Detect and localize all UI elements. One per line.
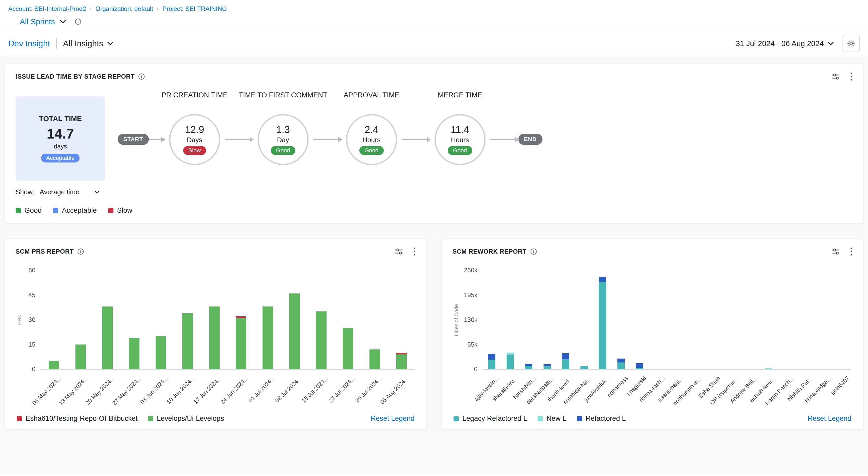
bar-segment[interactable]: [599, 282, 606, 369]
bar-segment[interactable]: [289, 294, 300, 369]
bar-segment[interactable]: [506, 353, 514, 355]
kebab-menu-icon[interactable]: [850, 247, 852, 256]
y-axis-title: Lines of Code: [454, 270, 460, 370]
breadcrumb-project-link[interactable]: Project: SEI TRAINING: [162, 5, 227, 12]
widget-filters-icon[interactable]: [832, 247, 840, 256]
bar-segment[interactable]: [488, 354, 495, 360]
bar-segment[interactable]: [506, 355, 514, 369]
chevron-down-icon: [94, 190, 100, 194]
legend-item[interactable]: New L: [537, 415, 566, 423]
lead-time-card: ISSUE LEAD TIME BY STAGE REPORT TOTAL TI…: [5, 63, 863, 224]
bar-segment[interactable]: [617, 362, 625, 369]
widget-filters-icon[interactable]: [832, 72, 840, 81]
scm-prs-card: SCM PRS REPORT PRs 015304560 06 May 2024…: [5, 239, 427, 429]
bar-segment[interactable]: [581, 366, 588, 369]
bar-segment[interactable]: [236, 318, 246, 369]
legend-item[interactable]: Good: [16, 207, 42, 214]
bar-segment[interactable]: [369, 350, 380, 369]
bar-segment[interactable]: [49, 361, 59, 369]
date-range-label: 31 Jul 2024 - 06 Aug 2024: [736, 39, 824, 48]
flow-arrow-icon: [402, 139, 430, 140]
legend-item[interactable]: Esha610/Testing-Repo-Of-Bitbucket: [17, 415, 137, 423]
stage-label: APPROVAL TIME: [322, 90, 421, 100]
bar-segment[interactable]: [156, 336, 166, 369]
lead-time-stage[interactable]: MERGE TIME11.4HoursGood: [435, 114, 486, 165]
kebab-menu-icon[interactable]: [850, 72, 852, 81]
legend-item[interactable]: Refactored L: [577, 415, 626, 423]
stage-status-badge: Slow: [183, 146, 206, 155]
chevron-down-icon: [828, 41, 834, 46]
bar-segment[interactable]: [236, 317, 246, 318]
bar-segment[interactable]: [599, 277, 606, 282]
chevron-right-icon: ›: [157, 5, 159, 12]
stage-label: MERGE TIME: [411, 90, 509, 100]
bar-segment[interactable]: [765, 368, 772, 369]
bar-segment[interactable]: [396, 353, 407, 354]
reset-legend-link[interactable]: Reset Legend: [808, 415, 851, 423]
y-axis-tick-label: 0: [474, 365, 477, 373]
info-icon[interactable]: [138, 73, 145, 80]
bar-segment[interactable]: [209, 306, 220, 369]
prs-chart: PRs 015304560 06 May 2024...13 May 2024.…: [17, 270, 414, 413]
info-icon[interactable]: [530, 248, 537, 255]
insight-view-dropdown[interactable]: All Insights: [63, 39, 114, 49]
bar-segment[interactable]: [544, 366, 551, 369]
bar-segment[interactable]: [75, 345, 86, 369]
bar-segment[interactable]: [182, 313, 193, 369]
breadcrumb-organization-link[interactable]: Organization: default: [95, 5, 153, 12]
bar-segment[interactable]: [343, 328, 353, 369]
y-axis-title: PRs: [17, 270, 23, 370]
info-icon[interactable]: [77, 248, 84, 255]
bar-segment[interactable]: [102, 306, 113, 369]
info-icon[interactable]: [75, 18, 82, 25]
kebab-menu-icon[interactable]: [413, 247, 415, 256]
lead-time-stage[interactable]: TIME TO FIRST COMMENT1.3DayGood: [257, 114, 309, 165]
stage-label: TIME TO FIRST COMMENT: [234, 90, 333, 100]
bar-segment[interactable]: [562, 359, 569, 369]
show-metric-dropdown[interactable]: Average time: [39, 188, 100, 196]
rework-chart-legend: Legacy Refactored LNew LRefactored L Res…: [442, 413, 863, 430]
breadcrumb-account-link[interactable]: Account: SEI-Internal-Prod2: [8, 5, 86, 12]
bar-segment[interactable]: [525, 366, 532, 369]
breadcrumb: Account: SEI-Internal-Prod2 › Organizati…: [8, 5, 868, 12]
bar-segment[interactable]: [396, 354, 407, 369]
legend-label: Esha610/Testing-Repo-Of-Bitbucket: [26, 415, 137, 423]
bar-segment[interactable]: [488, 360, 495, 369]
stage-unit: Hours: [451, 136, 469, 144]
chevron-down-icon: [60, 19, 66, 24]
legend-item[interactable]: Levelops/Ui-Levelops: [148, 415, 224, 423]
legend-item[interactable]: Legacy Refactored L: [454, 415, 527, 423]
scm-rework-card: SCM REWORK REPORT Lines of Code 065k130k…: [441, 239, 863, 429]
legend-swatch: [577, 416, 582, 421]
stage-circle: 11.4HoursGood: [435, 114, 486, 165]
dev-insight-link[interactable]: Dev Insight: [8, 39, 50, 49]
legend-item[interactable]: Acceptable: [53, 207, 97, 214]
lead-time-flow: TOTAL TIME 14.7 days Acceptable START PR…: [5, 88, 863, 181]
stage-status-badge: Good: [448, 146, 472, 155]
lead-time-stage[interactable]: APPROVAL TIME2.4HoursGood: [346, 114, 397, 165]
x-axis-label: 17 Jun 2024...: [192, 375, 223, 406]
bar-segment[interactable]: [562, 353, 569, 359]
x-axis-label: 24 Jun 2024...: [219, 375, 250, 406]
stage-value: 2.4: [365, 124, 378, 136]
bar-segment[interactable]: [617, 359, 625, 362]
reset-legend-link[interactable]: Reset Legend: [371, 415, 414, 423]
y-axis-tick-label: 195k: [464, 291, 477, 299]
total-status-badge: Acceptable: [41, 154, 80, 162]
bar-segment[interactable]: [129, 338, 140, 369]
sprint-selector[interactable]: All Sprints: [20, 17, 868, 26]
bar-segment[interactable]: [636, 363, 643, 368]
widget-filters-icon[interactable]: [395, 247, 403, 256]
lead-time-stage[interactable]: PR CREATION TIME12.9DaysSlow: [169, 114, 220, 165]
settings-button[interactable]: [842, 35, 860, 52]
legend-label: Legacy Refactored L: [462, 415, 527, 423]
gear-icon: [847, 39, 856, 48]
bar-segment[interactable]: [636, 368, 643, 369]
x-axis-label: 22 Jul 2024...: [327, 375, 356, 404]
bar-segment[interactable]: [316, 311, 327, 369]
legend-item[interactable]: Slow: [108, 207, 132, 214]
bar-segment[interactable]: [525, 364, 532, 366]
bar-segment[interactable]: [544, 364, 551, 366]
date-range-dropdown[interactable]: 31 Jul 2024 - 06 Aug 2024: [736, 39, 834, 48]
bar-segment[interactable]: [262, 306, 273, 369]
